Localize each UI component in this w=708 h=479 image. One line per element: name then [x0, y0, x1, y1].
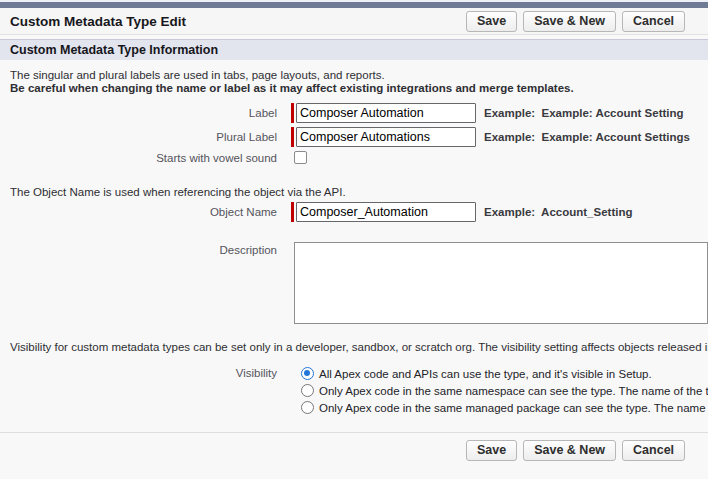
- visibility-option-all-apex: All Apex code and APIs can use the type,…: [301, 365, 708, 382]
- object-name-example-text: Example: Account_Setting: [484, 206, 632, 218]
- save-button[interactable]: Save: [466, 440, 517, 461]
- visibility-option-same-namespace: Only Apex code in the same namespace can…: [301, 382, 708, 399]
- required-indicator: [291, 127, 294, 147]
- object-name-note: The Object Name is used when referencing…: [10, 186, 708, 198]
- object-name-field-label: Object Name: [10, 206, 277, 218]
- object-name-field-row: Object Name Example: Account_Setting: [10, 202, 708, 222]
- cancel-button[interactable]: Cancel: [622, 440, 685, 461]
- plural-label-field-label: Plural Label: [10, 131, 277, 143]
- save-and-new-button[interactable]: Save & New: [523, 440, 616, 461]
- save-button[interactable]: Save: [466, 11, 517, 32]
- visibility-option-same-managed-package: Only Apex code in the same managed packa…: [301, 399, 708, 416]
- form-content: The singular and plural labels are used …: [0, 60, 708, 416]
- radio-button[interactable]: [301, 384, 314, 397]
- required-indicator: [291, 202, 294, 222]
- top-toolbar: Save Save & New Cancel: [466, 11, 685, 32]
- section-header: Custom Metadata Type Information: [0, 39, 708, 60]
- visibility-note: Visibility for custom metadata types can…: [10, 341, 708, 353]
- label-input[interactable]: [296, 103, 476, 123]
- plural-label-example-text: Example: Example: Account Settings: [484, 131, 690, 143]
- required-indicator: [291, 103, 294, 123]
- vowel-sound-row: Starts with vowel sound: [10, 151, 708, 164]
- visibility-field-label: Visibility: [10, 365, 277, 379]
- radio-option-label: Only Apex code in the same namespace can…: [319, 385, 708, 397]
- radio-option-label: All Apex code and APIs can use the type,…: [319, 368, 652, 380]
- cancel-button[interactable]: Cancel: [622, 11, 685, 32]
- bottom-toolbar: Save Save & New Cancel: [466, 433, 708, 461]
- plural-label-input[interactable]: [296, 127, 476, 147]
- object-name-input[interactable]: [296, 202, 476, 222]
- radio-option-label: Only Apex code in the same managed packa…: [319, 402, 708, 414]
- custom-metadata-type-edit-page: Custom Metadata Type Edit Save Save & Ne…: [0, 0, 708, 479]
- label-field-row: Label Example: Example: Account Setting: [10, 103, 708, 123]
- intro-text-line1: The singular and plural labels are used …: [10, 69, 708, 82]
- intro-text-line2: Be careful when changing the name or lab…: [10, 82, 708, 95]
- plural-label-field-row: Plural Label Example: Example: Account S…: [10, 127, 708, 147]
- description-field-label: Description: [10, 242, 277, 256]
- visibility-options: All Apex code and APIs can use the type,…: [301, 365, 708, 416]
- vowel-sound-checkbox[interactable]: [294, 151, 307, 164]
- label-example-text: Example: Example: Account Setting: [484, 107, 684, 119]
- page-title: Custom Metadata Type Edit: [10, 14, 186, 29]
- save-and-new-button[interactable]: Save & New: [523, 11, 616, 32]
- description-textarea[interactable]: [294, 242, 708, 324]
- visibility-field-row: Visibility All Apex code and APIs can us…: [10, 365, 708, 416]
- label-field-label: Label: [10, 107, 277, 119]
- radio-button-selected[interactable]: [301, 367, 314, 380]
- vowel-sound-label: Starts with vowel sound: [10, 152, 277, 164]
- description-field-row: Description: [10, 242, 708, 324]
- page-header: Custom Metadata Type Edit Save Save & Ne…: [0, 8, 708, 35]
- radio-button[interactable]: [301, 401, 314, 414]
